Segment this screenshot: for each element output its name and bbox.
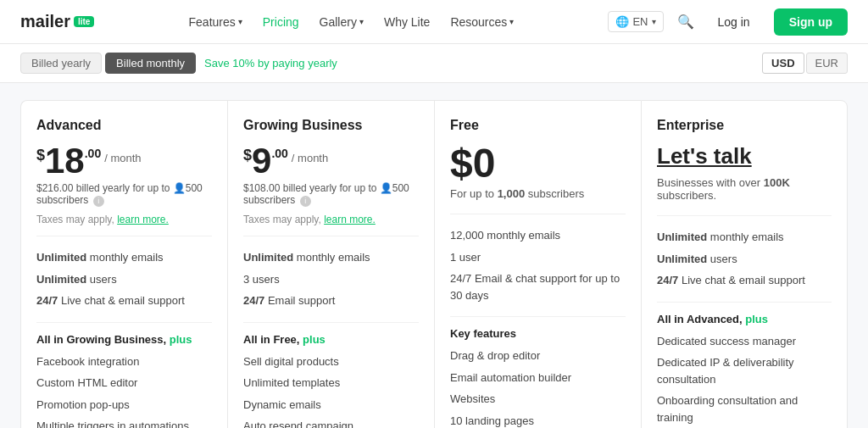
section-heading: All in Free, plus	[243, 333, 419, 346]
main-content: Advanced $ 18 .00 / month $216.00 billed…	[0, 83, 868, 428]
plan-taxes: Taxes may apply, learn more.	[36, 214, 212, 225]
feature-item: 12,000 monthly emails	[450, 225, 626, 247]
feature-item: 1 user	[450, 247, 626, 269]
feature-item: Multiple triggers in automations	[36, 415, 212, 428]
logo-text: mailer	[20, 12, 70, 31]
price-integer: 9	[252, 143, 271, 179]
feature-item: Unlimited users	[657, 248, 832, 270]
extra-features: Drag & drop editor Email automation buil…	[450, 345, 626, 428]
feature-item: Email automation builder	[450, 367, 626, 389]
section-heading: All in Growing Business, plus	[36, 333, 212, 346]
feature-item: Promotion pop-ups	[36, 394, 212, 416]
plan-name: Advanced	[36, 118, 212, 133]
feature-item: 24/7 Email support	[243, 290, 419, 312]
billed-monthly-btn[interactable]: Billed monthly	[105, 53, 196, 74]
feature-item: Onboarding consultation and training	[657, 390, 832, 428]
signup-nav-button[interactable]: Sign up	[774, 8, 848, 36]
usd-btn[interactable]: USD	[762, 53, 804, 74]
feature-item: Dedicated IP & deliverability consultati…	[657, 352, 832, 390]
feature-item: Unlimited users	[36, 269, 212, 291]
chevron-down-icon: ▾	[509, 17, 514, 26]
plan-name: Free	[450, 118, 626, 133]
feature-item: 24/7 Email & chat support for up to 30 d…	[450, 268, 626, 306]
feature-item: 3 users	[243, 269, 419, 291]
lets-talk: Let's talk	[657, 143, 832, 170]
chevron-down-icon: ▾	[652, 17, 656, 26]
nav-pricing[interactable]: Pricing	[263, 15, 299, 29]
price-decimal: .00	[85, 147, 101, 160]
chevron-down-icon: ▾	[359, 17, 364, 26]
plan-advanced: Advanced $ 18 .00 / month $216.00 billed…	[20, 100, 227, 428]
currency-symbol: $	[243, 147, 252, 164]
nav-resources[interactable]: Resources ▾	[450, 15, 514, 29]
nav-gallery[interactable]: Gallery ▾	[320, 15, 364, 29]
feature-item: Auto resend campaign	[243, 415, 419, 428]
login-button[interactable]: Log in	[708, 10, 760, 34]
extra-features: Dedicated success manager Dedicated IP &…	[657, 331, 832, 429]
plan-name: Growing Business	[243, 118, 419, 133]
feature-item: Unlimited monthly emails	[36, 247, 212, 269]
feature-item: 24/7 Live chat & email support	[36, 290, 212, 312]
key-features-heading: Key features	[450, 327, 626, 340]
price-yearly: $216.00 billed yearly for up to 👤500 sub…	[36, 182, 212, 207]
plan-free-price: $0	[450, 143, 626, 184]
eur-btn[interactable]: EUR	[806, 53, 848, 74]
feature-item: Facebook integration	[36, 351, 212, 373]
globe-icon: 🌐	[615, 15, 629, 28]
nav-right: 🌐 EN ▾ 🔍 Log in Sign up	[608, 8, 848, 36]
plan-free-sub: For up to 1,000 subscribers	[450, 187, 626, 200]
feature-item: Custom HTML editor	[36, 372, 212, 394]
nav-features[interactable]: Features ▾	[189, 15, 242, 29]
feature-item: Sell digital products	[243, 351, 419, 373]
logo-badge: lite	[74, 16, 94, 27]
extra-features: Sell digital products Unlimited template…	[243, 351, 419, 429]
basic-features: Unlimited monthly emails Unlimited users…	[657, 226, 832, 292]
navbar: mailer lite Features ▾ Pricing Gallery ▾…	[0, 0, 868, 44]
plan-enterprise: Enterprise Let's talk Businesses with ov…	[641, 100, 848, 428]
basic-features: 12,000 monthly emails 1 user 24/7 Email …	[450, 225, 626, 306]
billed-yearly-btn[interactable]: Billed yearly	[20, 53, 102, 74]
basic-features: Unlimited monthly emails 3 users 24/7 Em…	[243, 247, 419, 312]
price-period: / month	[104, 152, 141, 164]
plan-price: $ 18 .00 / month	[36, 143, 212, 179]
plan-growing: Growing Business $ 9 .00 / month $108.00…	[227, 100, 434, 428]
nav-links: Features ▾ Pricing Gallery ▾ Why Lite Re…	[189, 15, 515, 29]
enterprise-sub: Businesses with over 100K subscribers.	[657, 176, 832, 202]
feature-item: Drag & drop editor	[450, 345, 626, 367]
logo[interactable]: mailer lite	[20, 12, 94, 31]
plan-name: Enterprise	[657, 118, 832, 133]
currency-toggle: USD EUR	[762, 53, 848, 74]
feature-item: Websites	[450, 388, 626, 410]
feature-item: Unlimited templates	[243, 372, 419, 394]
plan-taxes: Taxes may apply, learn more.	[243, 214, 419, 225]
info-icon[interactable]: i	[300, 196, 311, 207]
section-heading: All in Advanced, plus	[657, 313, 832, 325]
feature-item: 10 landing pages	[450, 410, 626, 429]
price-integer: 18	[45, 143, 85, 179]
billing-toggle: Billed yearly Billed monthly	[20, 53, 196, 74]
plans-grid: Advanced $ 18 .00 / month $216.00 billed…	[20, 100, 848, 428]
price-decimal: .00	[271, 147, 287, 160]
save-text: Save 10% by paying yearly	[204, 57, 337, 69]
info-icon[interactable]: i	[93, 196, 104, 207]
price-period: / month	[292, 152, 328, 164]
feature-item: Unlimited monthly emails	[657, 226, 832, 248]
extra-features: Facebook integration Custom HTML editor …	[36, 351, 212, 429]
billing-bar: Billed yearly Billed monthly Save 10% by…	[0, 44, 868, 83]
currency-symbol: $	[36, 147, 45, 164]
search-icon[interactable]: 🔍	[677, 14, 694, 30]
basic-features: Unlimited monthly emails Unlimited users…	[36, 247, 212, 312]
plan-price: $ 9 .00 / month	[243, 143, 419, 179]
feature-item: Dedicated success manager	[657, 331, 832, 353]
feature-item: Dynamic emails	[243, 394, 419, 416]
plan-free: Free $0 For up to 1,000 subscribers 12,0…	[434, 100, 641, 428]
nav-whylite[interactable]: Why Lite	[384, 15, 430, 29]
feature-item: Unlimited monthly emails	[243, 247, 419, 269]
chevron-down-icon: ▾	[238, 17, 242, 26]
price-yearly: $108.00 billed yearly for up to 👤500 sub…	[243, 182, 419, 207]
language-selector[interactable]: 🌐 EN ▾	[608, 11, 663, 32]
feature-item: 24/7 Live chat & email support	[657, 270, 832, 292]
